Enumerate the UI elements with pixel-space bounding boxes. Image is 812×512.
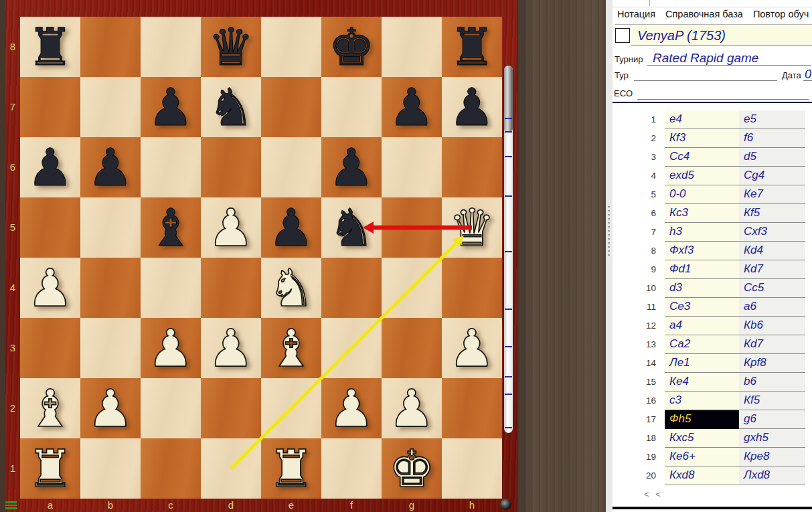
move-black-1[interactable]: e5 [739, 110, 805, 129]
move-black-3[interactable]: d5 [739, 148, 805, 167]
move-black-13[interactable]: Кd7 [739, 335, 805, 354]
square-b7[interactable] [80, 77, 141, 137]
move-black-10[interactable]: Сc5 [739, 279, 805, 298]
square-g8[interactable] [382, 17, 442, 77]
black-bishop-c5[interactable]: ♝ [141, 197, 201, 258]
move-white-3[interactable]: Сc4 [665, 148, 739, 167]
tournament-value[interactable]: Rated Rapid game [653, 51, 758, 66]
square-c1[interactable] [141, 438, 201, 499]
square-e2[interactable] [261, 378, 321, 438]
black-rook-h8[interactable]: ♜ [442, 17, 502, 77]
move-white-18[interactable]: Кxc5 [665, 429, 739, 448]
square-f7[interactable] [321, 77, 382, 137]
eco-underline[interactable] [637, 99, 809, 100]
tab-2[interactable]: Справочная база [665, 9, 743, 23]
black-queen-d8[interactable]: ♛ [201, 17, 261, 77]
tab-3[interactable]: Повтор обуч [753, 9, 809, 23]
black-pawn-h7[interactable]: ♟ [442, 77, 502, 137]
square-b8[interactable] [80, 17, 141, 77]
move-black-19[interactable]: Кре8 [739, 448, 805, 466]
square-f1[interactable] [321, 438, 382, 499]
move-white-2[interactable]: Кf3 [665, 129, 739, 148]
black-pawn-c7[interactable]: ♟ [141, 77, 201, 137]
square-d1[interactable] [201, 438, 261, 499]
move-white-12[interactable]: a4 [665, 317, 739, 335]
move-white-9[interactable]: Фd1 [665, 260, 739, 279]
panel-splitter[interactable] [606, 0, 613, 512]
black-pawn-f6[interactable]: ♟ [321, 137, 382, 197]
square-e8[interactable] [261, 17, 321, 77]
white-pawn-d5[interactable]: ♟ [201, 197, 261, 258]
black-rook-a8[interactable]: ♜ [20, 17, 80, 77]
white-bishop-a2[interactable]: ♝ [20, 378, 80, 438]
move-white-19[interactable]: Кe6+ [665, 448, 739, 466]
square-f4[interactable] [321, 258, 382, 318]
date-value[interactable]: 0 [805, 68, 811, 82]
move-black-6[interactable]: Кf5 [739, 204, 805, 223]
board-menu-icon[interactable] [5, 501, 17, 509]
move-black-5[interactable]: Кe7 [739, 185, 805, 204]
square-d4[interactable] [201, 258, 261, 318]
square-e6[interactable] [261, 137, 321, 197]
white-rook-e1[interactable]: ♜ [261, 438, 321, 499]
move-white-7[interactable]: h3 [665, 223, 739, 242]
black-king-f8[interactable]: ♚ [321, 17, 382, 77]
square-b5[interactable] [80, 197, 141, 258]
move-white-11[interactable]: Сe3 [665, 298, 739, 317]
move-black-4[interactable]: Сg4 [739, 167, 805, 185]
white-bishop-e3[interactable]: ♝ [261, 318, 321, 378]
move-black-16[interactable]: Кf5 [739, 392, 805, 410]
move-black-14[interactable]: Крf8 [739, 354, 805, 373]
square-c8[interactable] [141, 17, 201, 77]
move-white-17[interactable]: Фh5 [665, 410, 739, 429]
white-knight-e4[interactable]: ♞ [261, 258, 321, 318]
round-underline[interactable] [634, 80, 777, 81]
move-white-20[interactable]: Кxd8 [665, 466, 739, 485]
white-king-g1[interactable]: ♚ [382, 438, 442, 499]
move-black-9[interactable]: Кd7 [739, 260, 805, 279]
white-queen-h5[interactable]: ♛ [442, 197, 502, 258]
nav-back-button[interactable]: < < [644, 489, 663, 499]
square-g6[interactable] [382, 137, 442, 197]
white-rook-a1[interactable]: ♜ [20, 438, 80, 499]
move-white-1[interactable]: e4 [665, 110, 739, 129]
square-g5[interactable] [382, 197, 442, 258]
square-a5[interactable] [20, 197, 80, 258]
move-white-16[interactable]: c3 [665, 392, 739, 410]
black-knight-d7[interactable]: ♞ [201, 77, 261, 137]
square-b3[interactable] [80, 318, 141, 378]
square-h1[interactable] [442, 438, 502, 499]
black-knight-f5[interactable]: ♞ [321, 197, 382, 258]
move-black-17[interactable]: g6 [739, 410, 805, 429]
square-c4[interactable] [141, 258, 201, 318]
square-f3[interactable] [321, 318, 382, 378]
square-g4[interactable] [382, 258, 442, 318]
white-pawn-h3[interactable]: ♟ [442, 318, 502, 378]
square-d2[interactable] [201, 378, 261, 438]
move-black-11[interactable]: a6 [739, 298, 805, 317]
black-pawn-b6[interactable]: ♟ [80, 137, 141, 197]
move-black-18[interactable]: gxh5 [739, 429, 805, 448]
move-black-8[interactable]: Кd4 [739, 242, 805, 260]
white-pawn-g2[interactable]: ♟ [382, 378, 442, 438]
move-white-6[interactable]: Кc3 [665, 204, 739, 223]
player-checkbox[interactable] [615, 28, 630, 43]
black-pawn-e5[interactable]: ♟ [261, 197, 321, 258]
square-b4[interactable] [80, 258, 141, 318]
move-white-5[interactable]: 0-0 [665, 185, 739, 204]
slider-thumb[interactable] [504, 66, 513, 131]
square-b1[interactable] [80, 438, 141, 499]
move-white-13[interactable]: Сa2 [665, 335, 739, 354]
square-a3[interactable] [20, 318, 80, 378]
move-white-10[interactable]: d3 [665, 279, 739, 298]
black-pawn-g7[interactable]: ♟ [382, 77, 442, 137]
board-corner-knob[interactable] [500, 499, 511, 510]
square-g3[interactable] [382, 318, 442, 378]
move-black-12[interactable]: Кb6 [739, 317, 805, 335]
white-pawn-a4[interactable]: ♟ [20, 258, 80, 318]
move-black-20[interactable]: Лxd8 [739, 466, 805, 485]
move-white-14[interactable]: Ле1 [665, 354, 739, 373]
move-black-2[interactable]: f6 [739, 129, 805, 148]
square-h2[interactable] [442, 378, 502, 438]
white-pawn-d3[interactable]: ♟ [201, 318, 261, 378]
